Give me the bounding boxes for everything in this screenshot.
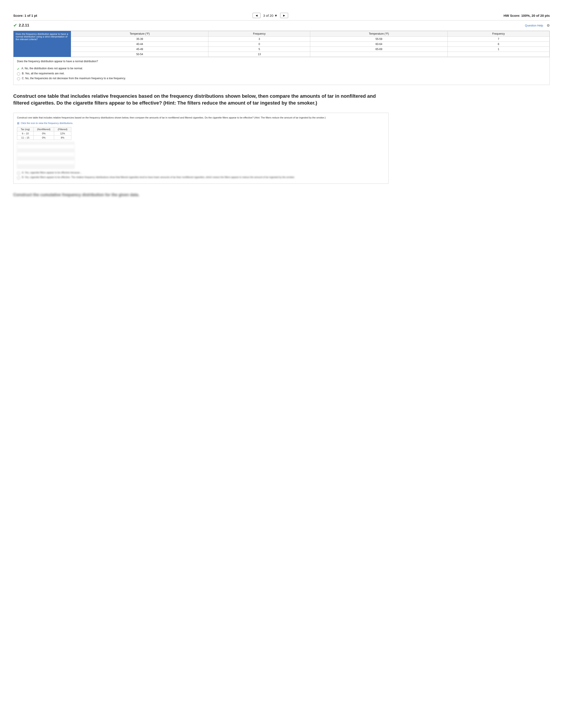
radio-icon[interactable] [17,72,20,75]
freq1-cell: 3 [208,37,310,42]
temp1-cell: 40-44 [71,42,208,47]
table-row: 50-54 13 [71,52,550,57]
answer-label: A. Yes, cigarette filters appear to be e… [22,171,82,174]
second-question-intro: Construct one table that includes relati… [17,116,385,119]
answer-choices-1: ✔ A. No, the distribution does not appea… [13,64,550,85]
temp1-cell: 50-54 [71,52,208,57]
table-icon: ⊞ [17,122,19,125]
second-answer-section: A. Yes, cigarette filters appear to be e… [17,171,385,179]
nonfiltered-col-header: (Nonfiltered) [33,127,54,131]
tar-cell: 11 – 15 [17,135,34,140]
freq2-cell [448,52,549,57]
score-label: Score: 1 of 1 pt [13,14,37,17]
below-table-question: Does the frequency distribution appear t… [13,57,550,64]
tar-table: Tar (mg) (Nonfiltered) (Filtered) 6 – 10… [17,127,71,140]
nav-next-button[interactable]: ► [280,13,288,18]
nonfiltered-cell: 0% [33,135,54,140]
answer-choice: B. Yes, all the requirements are met. [17,72,546,75]
big-question-text: Construct one table that includes relati… [13,93,376,106]
filtered-cell: 12% [54,131,71,135]
question-help-link[interactable]: Question Help [525,24,543,27]
second-answer-choice: B. Yes, cigarette filters appear to be e… [17,176,385,179]
question-header: ✔ 2.2.11 Question Help ⚙ [13,23,550,28]
big-question: Construct one table that includes relati… [13,93,389,107]
score-label-text: Score: [13,14,24,17]
filtered-cell: 8% [54,135,71,140]
table-row: 45-49 5 65-69 1 [71,47,550,52]
answer-label: A. No, the distribution does not appear … [21,67,83,70]
third-question-text: Construct the cumulative frequency distr… [13,193,139,197]
nav-controls: ◄ 3 of 20 ▼ ► [252,13,288,18]
freq-table-wrapper: Does the frequency distribution appear t… [13,31,550,57]
answer-choice: ✔ A. No, the distribution does not appea… [17,67,546,71]
col-header-temp1: Temperature (°F) [71,31,208,37]
answer-choice: C. No, the frequencies do not decrease f… [17,77,546,80]
freq2-cell: 7 [448,37,549,42]
check-icon: ✔ [13,23,17,28]
second-question-block: Construct one table that includes relati… [13,113,389,184]
tar-col-header: Tar (mg) [17,127,34,131]
answer-label: C. No, the frequencies do not decrease f… [22,77,126,80]
question-id: ✔ 2.2.11 [13,23,29,28]
gear-icon[interactable]: ⚙ [547,23,550,28]
nonfiltered-cell: 0% [33,131,54,135]
header-right: Question Help ⚙ [525,23,550,28]
freq2-cell: 1 [448,47,549,52]
tar-cell: 6 – 10 [17,131,34,135]
temp2-cell: 60-64 [310,42,448,47]
answer-label: B. Yes, all the requirements are met. [22,72,64,75]
tar-table-row: 6 – 10 0% 12% [17,131,71,135]
question-number: 2.2.11 [19,23,29,28]
click-icon-row[interactable]: ⊞ Click the icon to view the frequency d… [17,122,385,125]
question-text-col: Does the frequency distribution appear t… [13,31,71,57]
score-value: 1 of 1 pt [24,14,37,17]
tar-table-row: 11 – 15 0% 8% [17,135,71,140]
blurred-rows [17,142,74,169]
frequency-table: Temperature (°F) Frequency Temperature (… [71,31,550,57]
freq2-cell: 6 [448,42,549,47]
third-question-blurred: Construct the cumulative frequency distr… [13,193,190,197]
temp1-cell: 45-49 [71,47,208,52]
correct-radio-icon: ✔ [17,67,20,71]
nav-position: 3 of 20 ▼ [263,14,277,17]
radio-icon[interactable] [17,176,20,179]
filtered-col-header: (Filtered) [54,127,71,131]
answer-label: B. Yes, cigarette filters appear to be e… [22,176,295,178]
score-bar: Score: 1 of 1 pt ◄ 3 of 20 ▼ ► HW Score:… [13,9,550,21]
temp1-cell: 35-39 [71,37,208,42]
table-row: 40-44 0 60-64 6 [71,42,550,47]
temp2-cell [310,52,448,57]
second-answer-choice: A. Yes, cigarette filters appear to be e… [17,171,385,175]
question-text: Does the frequency distribution appear t… [16,33,69,41]
freq1-cell: 5 [208,47,310,52]
temp2-cell: 65-69 [310,47,448,52]
table-row: 35-39 3 55-59 7 [71,37,550,42]
nav-prev-button[interactable]: ◄ [252,13,260,18]
freq1-cell: 13 [208,52,310,57]
below-question-text: Does the frequency distribution appear t… [17,60,98,63]
temp2-cell: 55-59 [310,37,448,42]
col-header-freq2: Frequency [448,31,549,37]
radio-icon[interactable] [17,77,20,80]
freq1-cell: 0 [208,42,310,47]
question-1-block: Does the frequency distribution appear t… [13,31,550,85]
radio-icon[interactable] [17,172,20,175]
col-header-temp2: Temperature (°F) [310,31,448,37]
col-header-freq1: Frequency [208,31,310,37]
click-icon-text: Click the icon to view the frequency dis… [21,122,73,124]
second-intro-text: Construct one table that includes relati… [17,116,326,119]
hw-score: HW Score: 100%, 20 of 20 pts [504,14,550,17]
